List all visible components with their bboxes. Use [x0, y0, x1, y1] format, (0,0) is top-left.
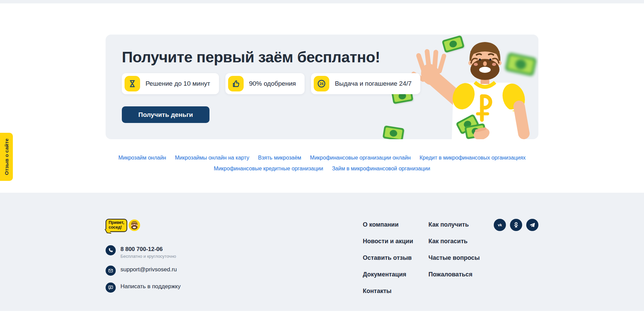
- phone-icon: [106, 245, 116, 255]
- logo-text-line1: Привет,: [109, 221, 124, 225]
- feature-decision-time: Решение до 10 минут: [122, 73, 219, 94]
- seo-links-row-1: Микрозайм онлайн Микрозаймы онлайн на ка…: [106, 155, 538, 161]
- logo-text-line2: сосед!: [109, 225, 124, 230]
- footer-link-how-to-repay[interactable]: Как погасить: [428, 238, 480, 245]
- top-strip: [0, 0, 644, 3]
- vk-icon[interactable]: vk: [494, 219, 506, 231]
- footer-link-documentation[interactable]: Документация: [363, 271, 413, 278]
- site-feedback-tab-label: Отзыв о сайте: [4, 139, 9, 175]
- get-money-button[interactable]: Получить деньги: [122, 106, 209, 123]
- seo-link[interactable]: Займ в микрофинансовой организации: [332, 166, 430, 172]
- hero-banner: Получите первый заём бесплатно! Решение …: [106, 35, 538, 139]
- email-address: support@privsosed.ru: [120, 266, 177, 273]
- thumbs-up-icon: [228, 76, 244, 91]
- footer: Привет, сосед!: [0, 193, 644, 311]
- feature-badges: Решение до 10 минут 90% одобрения: [122, 73, 538, 94]
- footer-link-how-to-get[interactable]: Как получить: [428, 221, 480, 228]
- footer-link-about[interactable]: О компании: [363, 221, 413, 228]
- feature-round-the-clock: 24 Выдача и погашение 24/7: [311, 73, 420, 94]
- footer-link-leave-review[interactable]: Оставить отзыв: [363, 254, 413, 261]
- feature-approval-rate: 90% одобрения: [225, 73, 305, 94]
- odnoklassniki-icon[interactable]: [510, 219, 522, 231]
- seo-link[interactable]: Микрозаймы онлайн на карту: [175, 155, 249, 161]
- footer-link-news[interactable]: Новости и акции: [363, 238, 413, 245]
- hero-title: Получите первый заём бесплатно!: [122, 48, 538, 66]
- footer-link-contacts[interactable]: Контакты: [363, 288, 413, 295]
- feature-label: 90% одобрения: [249, 80, 296, 87]
- footer-link-complain[interactable]: Пожаловаться: [428, 271, 480, 278]
- seo-links-section: Микрозайм онлайн Микрозаймы онлайн на ка…: [106, 155, 538, 172]
- seo-link[interactable]: Микрофинансовые организации онлайн: [310, 155, 411, 161]
- site-feedback-tab[interactable]: Отзыв о сайте: [0, 133, 13, 181]
- svg-text:24: 24: [320, 82, 324, 86]
- phone-number: 8 800 700-12-06: [120, 246, 176, 253]
- phone-note: Бесплатно и круглосуточно: [120, 254, 176, 259]
- footer-logo[interactable]: Привет, сосед!: [106, 219, 148, 232]
- email-icon: [106, 266, 116, 276]
- telegram-icon[interactable]: [526, 219, 538, 231]
- footer-nav-column-1: О компании Новости и акции Оставить отзы…: [363, 221, 413, 304]
- footer-nav-column-2: Как получить Как погасить Частые вопросы…: [428, 221, 480, 288]
- hourglass-icon: [125, 76, 140, 91]
- support-link: Написать в поддержку: [120, 283, 181, 290]
- seo-link[interactable]: Взять микрозаём: [258, 155, 301, 161]
- seo-link[interactable]: Кредит в микрофинансовых организациях: [420, 155, 526, 161]
- seo-link[interactable]: Микрозайм онлайн: [118, 155, 166, 161]
- feature-label: Решение до 10 минут: [146, 80, 210, 87]
- footer-socials: vk: [494, 219, 538, 231]
- feature-label: Выдача и погашение 24/7: [335, 80, 412, 87]
- seo-link[interactable]: Микрофинансовые кредитные организации: [214, 166, 323, 172]
- seo-links-row-2: Микрофинансовые кредитные организации За…: [106, 166, 538, 172]
- logo-speech-bubble: Привет, сосед!: [106, 219, 127, 232]
- round-the-clock-icon: 24: [314, 76, 329, 91]
- svg-text:vk: vk: [498, 223, 502, 227]
- chat-icon: [106, 282, 116, 293]
- footer-link-faq[interactable]: Частые вопросы: [428, 254, 480, 261]
- logo-avatar: [128, 219, 140, 231]
